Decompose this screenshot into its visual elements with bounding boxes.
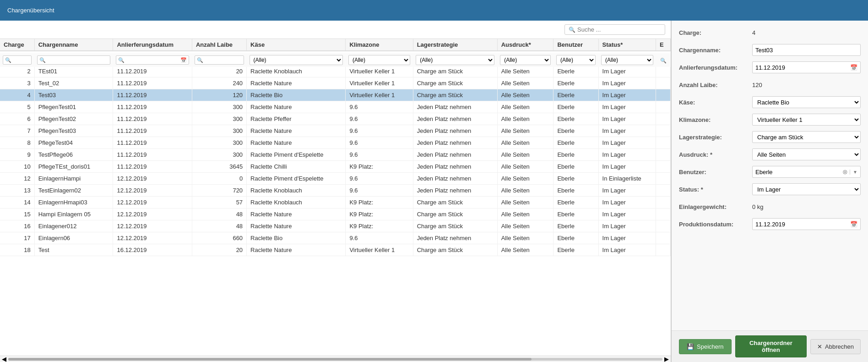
table-cell: Im Lager — [598, 244, 656, 256]
table-row[interactable]: 13TestEinlagern0212.12.2019720Raclette K… — [0, 185, 671, 197]
scroll-right-arrow[interactable]: ▶ — [664, 356, 669, 362]
input-benutzer[interactable] — [753, 167, 841, 177]
table-row[interactable]: 18Test16.12.201920Raclette NatureVirtuel… — [0, 244, 671, 256]
th-lagerstrategie[interactable]: Lagerstrategie — [413, 39, 497, 51]
filter-ausdruck-select[interactable]: (Alle) — [500, 55, 551, 65]
table-cell: Eberle — [553, 185, 598, 197]
table-cell: Charge am Stück — [413, 89, 497, 101]
filter-name-input[interactable] — [46, 57, 108, 63]
th-benutzer[interactable]: Benutzer — [553, 39, 598, 51]
filter-charge-input[interactable] — [11, 57, 29, 63]
th-ausdruck[interactable]: Ausdruck* — [497, 39, 553, 51]
table-cell: Virtueller Keller 1 — [346, 77, 413, 89]
search-bar: 🔍 — [0, 21, 671, 39]
table-row[interactable]: 8PflegeTest0411.12.2019300Raclette Natur… — [0, 137, 671, 149]
filter-date-cal-icon[interactable]: 📅 — [180, 57, 187, 63]
th-anlierferungsdatum[interactable]: Anlierferungsdatum — [113, 39, 192, 51]
value-charge: 4 — [752, 29, 861, 36]
value-anzahl-laibe: 120 — [752, 82, 861, 88]
anlierferungsdatum-cal-icon[interactable]: 📅 — [847, 64, 860, 71]
table-cell: 0 — [192, 173, 246, 185]
detail-footer: 💾 Speichern Chargenordner öffnen ✕ Abbre… — [672, 330, 868, 362]
select-status[interactable]: Im Lager — [752, 183, 861, 195]
detail-row-charge: Charge: 4 — [679, 26, 861, 39]
filter-date-input[interactable] — [125, 57, 180, 63]
global-search-wrap[interactable]: 🔍 — [564, 24, 665, 35]
table-cell: Jeden Platz nehmen — [413, 137, 497, 149]
th-chargenname[interactable]: Chargenname — [34, 39, 113, 51]
filter-charge: 🔍 — [0, 53, 34, 67]
label-anlierferungsdatum: Anlierferungsdatum: — [679, 64, 752, 71]
open-chargenordner-button[interactable]: Chargenordner öffnen — [735, 335, 807, 357]
table-row[interactable]: 5PflegenTest0111.12.2019300Raclette Natu… — [0, 101, 671, 113]
filter-benutzer-select[interactable]: (Alle) — [556, 55, 596, 65]
table-row[interactable]: 7PflegenTest0311.12.2019300Raclette Natu… — [0, 125, 671, 137]
table-cell: Im Lager — [598, 101, 656, 113]
input-chargenname[interactable] — [752, 44, 861, 56]
table-row[interactable]: 14EinlagernHmapi0312.12.201957Raclette K… — [0, 197, 671, 208]
table-cell: Raclette Knoblauch — [247, 197, 346, 208]
table-cell: 9.6 — [346, 173, 413, 185]
filter-kaese-select[interactable]: (Alle) — [250, 55, 343, 65]
table-cell: 11.12.2019 — [113, 113, 192, 125]
table-row[interactable]: 16Einlagener01212.12.201948Raclette Natu… — [0, 220, 671, 232]
table-cell: K9 Platz: — [346, 161, 413, 173]
filter-lagerstrategie-select[interactable]: (Alle) — [416, 55, 494, 65]
table-cell: Im Lager — [598, 232, 656, 244]
table-cell: 9.6 — [346, 185, 413, 197]
table-row[interactable]: 17Einlagern0612.12.2019660Raclette Bio9.… — [0, 232, 671, 244]
th-charge[interactable]: Charge — [0, 39, 34, 51]
global-search-input[interactable] — [577, 26, 661, 33]
table-cell: Alle Seiten — [497, 149, 553, 161]
th-anzahl-laibe[interactable]: Anzahl Laibe — [192, 39, 246, 51]
table-row[interactable]: 12EinlagernHampi12.12.20190Raclette Pime… — [0, 173, 671, 185]
table-cell: 13 — [0, 185, 34, 197]
table-row[interactable]: 15Hampi Einlagern 0512.12.201948Raclette… — [0, 208, 671, 220]
table-cell: 11.12.2019 — [113, 161, 192, 173]
produktionsdatum-cal-icon[interactable]: 📅 — [847, 221, 860, 228]
table-row[interactable]: 6PflegenTest0211.12.2019300Raclette Pfef… — [0, 113, 671, 125]
table-cell: TestPflege06 — [34, 149, 113, 161]
table-cell: Raclette Pfeffer — [247, 113, 346, 125]
th-klimazone[interactable]: Klimazone — [346, 39, 413, 51]
input-anlierferungsdatum[interactable] — [753, 63, 847, 72]
th-more: E — [656, 39, 671, 51]
th-status[interactable]: Status* — [598, 39, 656, 51]
table-row[interactable]: 10PflegeTEst_doris0111.12.20193645Raclet… — [0, 161, 671, 173]
table-cell: Charge am Stück — [413, 77, 497, 89]
table-cell: Eberle — [553, 244, 598, 256]
table-cell: 9 — [0, 149, 34, 161]
th-kaese[interactable]: Käse — [247, 39, 346, 51]
table-cell: Im Lager — [598, 185, 656, 197]
table-row[interactable]: 4Test0311.12.2019120Raclette BioVirtuell… — [0, 89, 671, 101]
table-cell: Alle Seiten — [497, 125, 553, 137]
filter-status: (Alle) — [598, 53, 656, 67]
table-cell: Charge am Stück — [413, 197, 497, 208]
select-kaese[interactable]: Raclette Bio — [752, 96, 861, 108]
table-row[interactable]: 9TestPflege0611.12.2019300Raclette Pimen… — [0, 149, 671, 161]
table-cell: 17 — [0, 232, 34, 244]
benutzer-dropdown-button[interactable]: ▼ — [850, 170, 860, 175]
horizontal-scrollbar[interactable]: ◀ ▶ — [0, 356, 671, 362]
filter-status-select[interactable]: (Alle) — [601, 55, 653, 65]
label-benutzer: Benutzer: — [679, 169, 752, 176]
select-lagerstrategie[interactable]: Charge am Stück — [752, 131, 861, 143]
select-ausdruck[interactable]: Alle Seiten — [752, 148, 861, 160]
save-button[interactable]: 💾 Speichern — [679, 339, 732, 354]
input-produktionsdatum[interactable] — [753, 219, 847, 229]
table-cell: 300 — [192, 101, 246, 113]
input-produktionsdatum-wrap: 📅 — [752, 218, 861, 230]
label-chargenname: Chargenname: — [679, 47, 752, 54]
select-klimazone[interactable]: Virtueller Keller 1 — [752, 114, 861, 126]
table-cell: Eberle — [553, 137, 598, 149]
filter-klimazone-select[interactable]: (Alle) — [348, 55, 410, 65]
table-cell: Jeden Platz nehmen — [413, 185, 497, 197]
table-row[interactable]: 3Test_0211.12.2019240Raclette NatureVirt… — [0, 77, 671, 89]
detail-row-ausdruck: Ausdruck: * Alle Seiten — [679, 148, 861, 161]
filter-anzahl-input[interactable] — [203, 57, 241, 63]
benutzer-clear-button[interactable]: ⊗ — [841, 168, 850, 176]
cancel-button[interactable]: ✕ Abbrechen — [810, 339, 861, 354]
scroll-left-arrow[interactable]: ◀ — [2, 356, 6, 362]
table-cell: Raclette Nature — [247, 125, 346, 137]
table-cell: Virtueller Keller 1 — [346, 244, 413, 256]
